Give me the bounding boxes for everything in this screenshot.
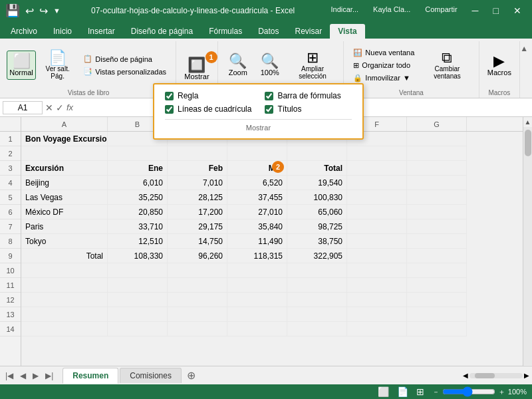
- cell-d5[interactable]: 37,455: [227, 190, 287, 205]
- regla-checkbox[interactable]: [165, 92, 174, 100]
- cell-e7[interactable]: 98,725: [287, 219, 347, 234]
- cell-e13[interactable]: [287, 307, 347, 322]
- cell-e10[interactable]: [287, 263, 347, 278]
- cell-c5[interactable]: 28,125: [168, 190, 227, 205]
- cell-f3[interactable]: [347, 161, 407, 176]
- cell-b3[interactable]: Ene: [108, 161, 168, 176]
- col-header-g[interactable]: G: [407, 117, 467, 131]
- cell-a12[interactable]: [21, 293, 108, 307]
- titulos-checkbox[interactable]: [265, 105, 273, 114]
- cell-f12[interactable]: [347, 293, 407, 307]
- macros-button[interactable]: ▶ Macros: [483, 51, 515, 79]
- view-break-icon[interactable]: ⊞: [416, 386, 424, 397]
- cell-a14[interactable]: [21, 322, 108, 336]
- cell-a2[interactable]: [21, 146, 108, 161]
- cell-e11[interactable]: [287, 278, 347, 293]
- cell-c10[interactable]: [168, 263, 227, 278]
- row-header-12[interactable]: 12: [0, 293, 21, 307]
- cell-b8[interactable]: 12,510: [108, 234, 168, 249]
- cell-g1[interactable]: [407, 132, 467, 146]
- confirm-formula-icon[interactable]: ✓: [56, 102, 64, 113]
- cell-f11[interactable]: [347, 278, 407, 293]
- cell-e3[interactable]: Total: [287, 161, 347, 176]
- cell-reference-input[interactable]: [3, 101, 43, 114]
- cell-a7[interactable]: Paris: [21, 219, 108, 234]
- cell-d2[interactable]: [227, 146, 287, 161]
- quick-access-more-icon[interactable]: ▼: [53, 7, 61, 15]
- cambiar-ventanas-button[interactable]: ⧉ Cambiar ventanas: [421, 48, 473, 82]
- cell-f14[interactable]: [347, 322, 407, 336]
- ver-salto-button[interactable]: 📄 Ver salt. Pág.: [39, 48, 76, 82]
- cell-b4[interactable]: 6,010: [108, 176, 168, 190]
- close-button[interactable]: ✕: [508, 4, 527, 17]
- user-label[interactable]: Kayla Cla...: [368, 4, 416, 17]
- cell-e5[interactable]: 100,830: [287, 190, 347, 205]
- ribbon-collapse-icon[interactable]: ▲: [520, 44, 528, 53]
- cell-d14[interactable]: [227, 322, 287, 336]
- cell-c6[interactable]: 17,200: [168, 205, 227, 219]
- sheet-nav-next[interactable]: ▶: [30, 370, 41, 382]
- cell-d6[interactable]: 27,010: [227, 205, 287, 219]
- lineas-cuadricula-checkbox-item[interactable]: Líneas de cuadrícula: [165, 104, 251, 114]
- cell-b14[interactable]: [108, 322, 168, 336]
- minimize-button[interactable]: ─: [467, 4, 484, 17]
- sheet-nav-prev[interactable]: ◀: [17, 370, 29, 382]
- cell-c11[interactable]: [168, 278, 227, 293]
- cell-c14[interactable]: [168, 322, 227, 336]
- row-header-8[interactable]: 8: [0, 234, 21, 249]
- sheet-nav-last[interactable]: ▶|: [43, 370, 56, 382]
- tab-vista[interactable]: Vista: [330, 24, 364, 39]
- cell-c7[interactable]: 29,175: [168, 219, 227, 234]
- cell-e6[interactable]: 65,060: [287, 205, 347, 219]
- compartir-button[interactable]: Compartir: [420, 4, 462, 17]
- vertical-scrollbar[interactable]: ▲ ▼: [523, 117, 532, 375]
- cell-a9[interactable]: Total: [21, 249, 108, 263]
- cell-e12[interactable]: [287, 293, 347, 307]
- lineas-cuadricula-checkbox[interactable]: [165, 105, 174, 114]
- cell-b7[interactable]: 33,710: [108, 219, 168, 234]
- cell-d10[interactable]: [227, 263, 287, 278]
- cell-g10[interactable]: [407, 263, 467, 278]
- cell-a4[interactable]: Beijing: [21, 176, 108, 190]
- bottom-scroll-left[interactable]: ◀: [463, 372, 468, 379]
- bottom-scroll-right[interactable]: ▶: [524, 372, 529, 379]
- new-sheet-button[interactable]: ⊕: [183, 369, 200, 382]
- cell-b2[interactable]: [108, 146, 168, 161]
- scroll-track[interactable]: [523, 127, 532, 365]
- cell-d11[interactable]: [227, 278, 287, 293]
- mostrar-button[interactable]: 🔲 Mostrar 1: [180, 55, 213, 83]
- cell-g14[interactable]: [407, 322, 467, 336]
- regla-checkbox-item[interactable]: Regla: [165, 91, 251, 100]
- redo-icon[interactable]: ↪: [39, 5, 48, 17]
- tab-insertar[interactable]: Insertar: [80, 24, 123, 39]
- cell-b6[interactable]: 20,850: [108, 205, 168, 219]
- cell-b5[interactable]: 35,250: [108, 190, 168, 205]
- vistas-personalizadas-button[interactable]: 📑 Vistas personalizadas: [79, 66, 170, 77]
- tab-archivo[interactable]: Archivo: [3, 24, 45, 39]
- titulos-checkbox-item[interactable]: Títulos: [265, 104, 351, 114]
- cell-c12[interactable]: [168, 293, 227, 307]
- cell-a11[interactable]: [21, 278, 108, 293]
- cell-a13[interactable]: [21, 307, 108, 322]
- zoom-out-button[interactable]: －: [432, 387, 440, 397]
- cell-b10[interactable]: [108, 263, 168, 278]
- scroll-thumb[interactable]: [525, 130, 531, 156]
- diseno-pagina-button[interactable]: 📋 Diseño de página: [79, 53, 170, 65]
- ampliar-seleccion-button[interactable]: ⊞ Ampliar selección: [287, 48, 338, 82]
- cell-g5[interactable]: [407, 190, 467, 205]
- cell-f9[interactable]: [347, 249, 407, 263]
- cell-d4[interactable]: 6,520: [227, 176, 287, 190]
- zoom-in-button[interactable]: ＋: [498, 387, 505, 397]
- cell-a8[interactable]: Tokyo: [21, 234, 108, 249]
- cell-g13[interactable]: [407, 307, 467, 322]
- cancel-formula-icon[interactable]: ✕: [45, 102, 53, 113]
- zoom-button[interactable]: 🔍 Zoom: [223, 51, 253, 79]
- maximize-button[interactable]: □: [488, 4, 504, 17]
- row-header-11[interactable]: 11: [0, 278, 21, 293]
- undo-icon[interactable]: ↩: [25, 5, 34, 17]
- cell-d7[interactable]: 35,840: [227, 219, 287, 234]
- cell-c8[interactable]: 14,750: [168, 234, 227, 249]
- organizar-todo-button[interactable]: ⊞ Organizar todo: [349, 60, 418, 71]
- cell-a6[interactable]: México DF: [21, 205, 108, 219]
- cell-e8[interactable]: 38,750: [287, 234, 347, 249]
